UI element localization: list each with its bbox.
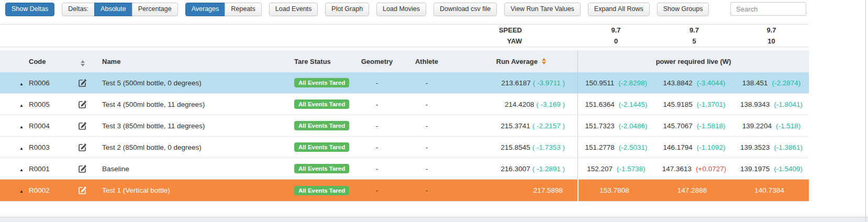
tare-status-cell: All Events Tared (283, 186, 356, 195)
geometry-cell: - (356, 101, 398, 108)
yaw-row: YAW 0 5 10 (0, 36, 809, 47)
yaw-value: 0 (577, 37, 654, 45)
deltas-absolute-button[interactable]: Absolute (94, 3, 132, 16)
deltas-mode-group: Deltas: Absolute Percentage (62, 3, 178, 16)
tare-status-badge: All Events Tared (294, 164, 349, 173)
table-body: ▲ R0006 Test 5 (500ml bottle, 0 degrees)… (0, 72, 809, 202)
expand-triangle-icon[interactable]: ▲ (19, 103, 24, 108)
edit-cell (68, 100, 97, 108)
power-cell: 138.451(-2.2874) (734, 72, 809, 93)
power-cell: 153.7808 (577, 180, 654, 201)
load-movies-button[interactable]: Load Movies (376, 3, 426, 16)
panel-right-border (865, 0, 866, 222)
athlete-cell: - (398, 101, 455, 108)
tare-status-cell: All Events Tared (283, 78, 356, 87)
table-row[interactable]: ▲ R0003 Test 2 (850ml bottle, 0 degrees)… (0, 137, 809, 158)
athlete-header: Athlete (398, 58, 455, 65)
speed-value: 9.7 (654, 26, 734, 34)
table-row[interactable]: ▲ R0002 Test 1 (Vertical bottle) All Eve… (0, 180, 809, 202)
edit-icon[interactable] (79, 186, 86, 194)
expand-triangle-icon[interactable]: ▲ (19, 146, 24, 151)
code-header[interactable]: Code (29, 58, 68, 65)
edit-cell (68, 121, 97, 130)
expand-triangle-icon[interactable]: ▲ (19, 168, 24, 172)
run-code: R0006 (29, 79, 68, 87)
table-row[interactable]: ▲ R0004 Test 3 (850ml bottle, 11 degrees… (0, 115, 809, 137)
speed-value: 9.7 (734, 26, 809, 34)
tare-status-badge: All Events Tared (294, 78, 349, 87)
plot-graph-button[interactable]: Plot Graph (325, 3, 369, 16)
athlete-cell: - (398, 165, 455, 173)
run-name: Test 1 (Vertical bottle) (97, 186, 283, 194)
edit-cell (68, 143, 97, 151)
load-events-button[interactable]: Load Events (269, 3, 318, 16)
sort-icon-active[interactable] (542, 58, 546, 64)
run-name: Test 4 (500ml bottle, 11 degrees) (97, 101, 283, 108)
toolbar: Show Deltas Deltas: Absolute Percentage … (0, 0, 868, 24)
athlete-cell: - (398, 143, 455, 151)
yaw-value: 10 (734, 37, 809, 45)
power-cell: 152.207(-1.5738) (577, 158, 654, 179)
athlete-cell: - (398, 122, 455, 130)
deltas-label-button[interactable]: Deltas: (62, 3, 95, 16)
run-average-cell: 215.3741( -2.2157 ) (455, 122, 577, 130)
yaw-label: YAW (0, 37, 577, 45)
geometry-cell: - (356, 143, 398, 151)
athlete-cell: - (398, 186, 455, 194)
tare-status-cell: All Events Tared (283, 164, 356, 173)
name-header: Name (97, 58, 283, 65)
tare-status-badge: All Events Tared (294, 186, 349, 195)
power-cell: 139.2204(-1.518) (734, 115, 809, 136)
download-csv-button[interactable]: Download csv file (433, 3, 497, 16)
show-groups-button[interactable]: Show Groups (657, 3, 709, 16)
tare-status-header: Tare Status (283, 58, 356, 65)
expand-all-rows-button[interactable]: Expand All Rows (588, 3, 650, 16)
power-cell: 151.6364(-2.1445) (577, 94, 654, 115)
expand-triangle-icon[interactable]: ▲ (19, 189, 24, 194)
tare-status-badge: All Events Tared (294, 142, 349, 152)
repeats-button[interactable]: Repeats (225, 3, 262, 16)
tare-status-badge: All Events Tared (294, 99, 349, 109)
view-run-tare-values-button[interactable]: View Run Tare Values (504, 3, 581, 16)
table-row[interactable]: ▲ R0001 Baseline All Events Tared - - 21… (0, 158, 809, 180)
power-cell: 145.9185(-1.3701) (654, 94, 734, 115)
expand-triangle-icon[interactable]: ▲ (19, 125, 24, 129)
expand-cell: ▲ (0, 186, 29, 194)
geometry-header: Geometry (356, 58, 398, 65)
edit-icon[interactable] (79, 122, 86, 130)
power-cell: 151.2778(-2.5031) (577, 137, 654, 158)
table-row[interactable]: ▲ R0005 Test 4 (500ml bottle, 11 degrees… (0, 94, 809, 115)
edit-cell (68, 79, 97, 87)
power-cell: 147.2886 (654, 180, 734, 201)
run-code: R0003 (29, 143, 68, 151)
power-cell: 150.9511(-2.8298) (577, 72, 654, 93)
edit-icon[interactable] (79, 79, 86, 87)
search-input[interactable] (730, 2, 806, 16)
deltas-percentage-button[interactable]: Percentage (132, 3, 178, 16)
run-name: Test 5 (500ml bottle, 0 degrees) (97, 79, 283, 87)
averages-button[interactable]: Averages (185, 3, 226, 16)
expand-cell: ▲ (0, 101, 29, 108)
run-name: Test 2 (850ml bottle, 0 degrees) (97, 143, 283, 151)
table-row[interactable]: ▲ R0006 Test 5 (500ml bottle, 0 degrees)… (0, 72, 809, 94)
geometry-cell: - (356, 165, 398, 173)
power-cell: 143.8842(-3.4044) (654, 72, 734, 93)
edit-icon[interactable] (79, 143, 86, 151)
code-header-sort[interactable] (68, 57, 97, 66)
edit-icon[interactable] (79, 165, 86, 173)
run-average-cell: 217.5898 (455, 186, 577, 194)
edit-icon[interactable] (79, 101, 86, 108)
run-name: Baseline (97, 165, 283, 173)
power-cell: 138.9343(-1.8041) (734, 94, 809, 115)
power-cell: 145.7067(-1.5818) (654, 115, 734, 136)
run-name: Test 3 (850ml bottle, 11 degrees) (97, 122, 283, 130)
tare-status-badge: All Events Tared (294, 121, 349, 130)
expand-triangle-icon[interactable]: ▲ (19, 82, 24, 86)
run-average-header[interactable]: Run Average (455, 58, 577, 65)
sort-icon[interactable] (81, 60, 85, 66)
power-cell: 139.3523(-1.3861) (734, 137, 809, 158)
run-average-header-label: Run Average (496, 58, 538, 65)
show-deltas-button[interactable]: Show Deltas (5, 3, 54, 16)
table-header: Code Name Tare Status Geometry Athlete R… (0, 50, 809, 72)
run-average-cell: 214.4208( -3.169 ) (455, 101, 577, 108)
